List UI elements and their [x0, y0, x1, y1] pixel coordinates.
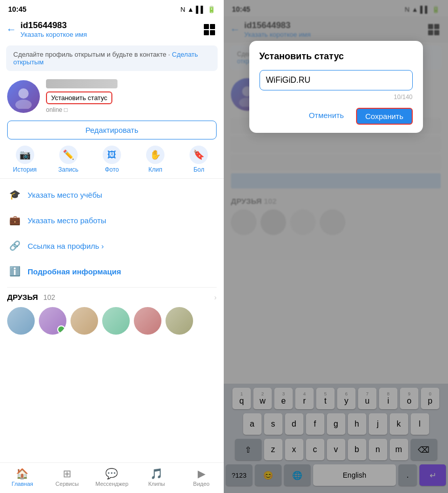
nav-home[interactable]: 🏠 Главная [0, 467, 45, 487]
set-short-name-left[interactable]: Указать короткое имя [20, 31, 197, 38]
app-header-left: ← id15644983 Указать короткое имя [0, 16, 224, 42]
list-info[interactable]: ℹ️ Подробная информация [0, 259, 224, 284]
bottom-nav-left: 🏠 Главная ⊞ Сервисы 💬 Мессенджер 🎵 Клипы… [0, 462, 224, 493]
study-icon: 🎓 [8, 188, 21, 201]
more-icon: 🔖 [190, 146, 208, 164]
clip-icon: ✋ [146, 146, 164, 164]
friend-avatar-5 [134, 307, 161, 335]
friend-avatar-2 [39, 307, 66, 335]
modal-box: Установить статус WiFiGiD.RU 10/140 Отме… [249, 41, 423, 133]
modal-title: Установить статус [260, 51, 413, 62]
nav-services[interactable]: ⊞ Сервисы [45, 467, 90, 487]
phone-left: 10:45 N ▲ ▌▌ 🔋 ← id15644983 Указать коро… [0, 0, 224, 493]
friends-header-left: ДРУЗЬЯ 102 › [7, 293, 217, 302]
header-info-left: id15644983 Указать короткое имя [20, 20, 197, 38]
modal-overlay: Установить статус WiFiGiD.RU 10/140 Отме… [224, 0, 448, 493]
modal-char-count: 10/140 [260, 93, 413, 101]
clips-icon: 🎵 [150, 467, 163, 480]
friend-avatar-6 [166, 307, 193, 335]
messenger-icon: 💬 [105, 467, 118, 480]
signal-icon: ▌▌ [196, 6, 205, 13]
work-icon: 💼 [8, 214, 21, 227]
qr-button-left[interactable] [201, 21, 218, 38]
action-photo[interactable]: 🖼 Фото [99, 146, 125, 173]
video-icon: ▶ [198, 467, 205, 480]
actions-row-left: 📷 История ✏️ Запись 🖼 Фото ✋ Клип 🔖 Бол [0, 144, 224, 179]
online-status-left: online □ [46, 106, 217, 113]
back-button-left[interactable]: ← [6, 24, 16, 35]
study-label: Указать место учёбы [28, 191, 102, 199]
modal-actions: Отменить Сохранить [260, 108, 413, 125]
list-link[interactable]: 🔗 Ссылка на профиль › [0, 233, 224, 259]
friend-avatar-4 [102, 307, 130, 335]
action-more-label: Бол [194, 166, 204, 173]
nav-video-label: Видео [193, 481, 209, 487]
friends-section-left: ДРУЗЬЯ 102 › [0, 288, 224, 338]
friend-avatar-1 [7, 307, 35, 335]
wifi-icon: ▲ [187, 6, 194, 13]
action-history[interactable]: 📷 История [12, 146, 38, 173]
nav-messenger[interactable]: 💬 Мессенджер [89, 467, 134, 487]
action-history-label: История [13, 166, 37, 173]
nfc-icon: N [180, 6, 185, 13]
friends-title-left: ДРУЗЬЯ 102 [7, 293, 55, 302]
profile-section-left: Установить статус online □ [0, 74, 224, 119]
action-clip[interactable]: ✋ Клип [142, 146, 169, 173]
profile-name-left [46, 79, 117, 88]
nav-clips-label: Клипы [148, 481, 165, 487]
modal-save-button[interactable]: Сохранить [356, 108, 413, 125]
svg-point-1 [15, 100, 32, 109]
action-photo-label: Фото [105, 166, 119, 173]
work-label: Указать место работы [28, 216, 106, 225]
record-icon: ✏️ [59, 146, 78, 164]
friend-avatar-3 [70, 307, 98, 335]
info-label: Подробная информация [28, 267, 121, 276]
time-left: 10:45 [8, 5, 27, 13]
friends-grid-left [7, 307, 217, 335]
modal-cancel-button[interactable]: Отменить [306, 108, 346, 125]
battery-icon: 🔋 [207, 6, 216, 13]
action-record-label: Запись [58, 166, 78, 173]
action-more[interactable]: 🔖 Бол [185, 146, 212, 173]
list-section-left: 🎓 Указать место учёбы 💼 Указать место ра… [0, 179, 224, 287]
profile-info-left: Установить статус online □ [46, 79, 217, 113]
friends-chevron-left[interactable]: › [214, 293, 217, 301]
action-record[interactable]: ✏️ Запись [55, 146, 82, 173]
list-study[interactable]: 🎓 Указать место учёбы [0, 182, 224, 207]
nav-video[interactable]: ▶ Видео [179, 467, 224, 487]
link-label: Ссылка на профиль › [28, 242, 104, 250]
friends-title-text: ДРУЗЬЯ [7, 293, 38, 301]
list-work[interactable]: 💼 Указать место работы [0, 207, 224, 233]
action-clip-label: Клип [149, 166, 162, 173]
link-icon: 🔗 [8, 239, 21, 252]
status-icons-left: N ▲ ▌▌ 🔋 [180, 6, 216, 13]
avatar-left [7, 80, 40, 113]
friends-count-left: 102 [43, 293, 55, 301]
edit-button-left[interactable]: Редактировать [7, 121, 217, 139]
set-status-button-left[interactable]: Установить статус [46, 91, 112, 104]
services-icon: ⊞ [63, 467, 72, 480]
banner-text-left: Сделайте профиль открытым и будьте в кон… [13, 51, 172, 58]
notification-banner-left: Сделайте профиль открытым и будьте в кон… [6, 45, 218, 71]
photo-icon: 🖼 [103, 146, 121, 164]
info-icon: ℹ️ [8, 265, 21, 278]
user-id-left: id15644983 [20, 20, 197, 31]
nav-home-label: Главная [12, 481, 33, 487]
nav-messenger-label: Мессенджер [96, 481, 129, 487]
history-icon: 📷 [16, 146, 34, 164]
svg-point-0 [18, 88, 29, 99]
modal-input[interactable]: WiFiGiD.RU [260, 70, 413, 90]
home-icon: 🏠 [16, 467, 29, 480]
phone-right: 10:45 N ▲ ▌▌ 🔋 ← id15644983 Указать коро… [224, 0, 448, 493]
status-bar-left: 10:45 N ▲ ▌▌ 🔋 [0, 0, 224, 16]
nav-services-label: Сервисы [56, 481, 79, 487]
nav-clips[interactable]: 🎵 Клипы [134, 467, 179, 487]
